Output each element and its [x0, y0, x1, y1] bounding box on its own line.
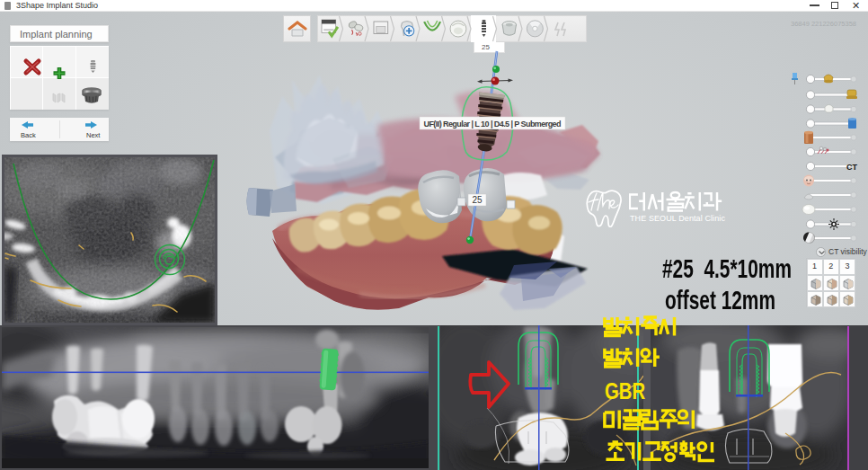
svg-text:GBR: GBR — [605, 378, 645, 404]
